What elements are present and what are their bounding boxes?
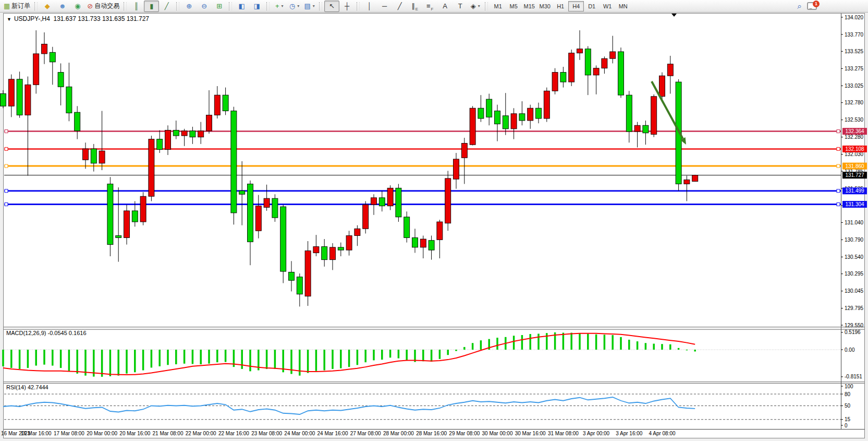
zoom-in-icon: ⊕ (186, 3, 192, 9)
arrows-tool-button[interactable]: ◈▾ (468, 1, 483, 12)
zoom-in-button[interactable]: ⊕ (181, 1, 197, 12)
bull-candle (363, 205, 369, 229)
bear-candle (379, 198, 385, 206)
chat-icon[interactable]: 1 (807, 2, 817, 10)
macd-indicator-label: MACD(12,26,9) -0.0545 0.1616 (6, 330, 89, 336)
bull-candle (387, 188, 393, 206)
chevron-down-icon[interactable]: ▾ (297, 4, 299, 8)
price-tick: 132.530 (845, 117, 864, 123)
timeframe-h1[interactable]: H1 (553, 1, 568, 11)
autotrading-button[interactable]: ⊘自动交易 (85, 1, 121, 12)
tile-windows-button[interactable]: ⊞ (212, 1, 227, 12)
search-icon[interactable]: ⌕ (798, 2, 802, 11)
current-price-line-badge-text: 131.727 (845, 172, 864, 178)
resistance-line-2-handle[interactable] (837, 147, 840, 150)
equidistant-channel-button[interactable]: ∥E (407, 1, 422, 12)
time-tick: 20 Mar 00:00 (87, 431, 117, 436)
bull-candle (470, 108, 475, 145)
chart-menu-icon[interactable]: ▼ (7, 17, 11, 22)
timeframe-m1[interactable]: M1 (490, 1, 506, 11)
new-order-button[interactable]: ▦新订单 (2, 1, 32, 12)
time-tick: 22 Mar 16:00 (218, 431, 249, 436)
trendline-button[interactable]: ╱ (392, 1, 407, 12)
support-line-1-handle[interactable] (5, 189, 8, 193)
timeframe-d1[interactable]: D1 (584, 1, 600, 11)
new-order-icon: ▦ (4, 3, 10, 9)
timeframe-mn[interactable]: MN (615, 1, 631, 11)
account-button[interactable]: ☻ (55, 1, 70, 12)
text-button[interactable]: A (437, 1, 453, 12)
timeframe-m15[interactable]: M15 (521, 1, 537, 11)
tool-letter: E (415, 7, 418, 11)
chart-title[interactable]: ▼USDJPY-,H4 131.637 131.733 131.635 131.… (7, 15, 152, 22)
resistance-line-1-handle[interactable] (837, 130, 840, 133)
timeframe-h4[interactable]: H4 (568, 1, 584, 11)
rsi-value: 42.7444 (28, 384, 48, 390)
pivot-line-handle[interactable] (837, 164, 840, 168)
chevron-down-icon[interactable]: ▾ (478, 4, 480, 8)
indicators-button[interactable]: +▾ (272, 1, 287, 12)
signals-button[interactable]: ◉ (70, 1, 85, 12)
chart-ohlc-values: 131.637 131.733 131.635 131.727 (54, 15, 150, 22)
bear-candle (157, 139, 163, 150)
arrange-horizontal-button[interactable]: ◧ (234, 1, 249, 12)
time-tick: 3 Apr 00:00 (583, 431, 610, 436)
zoom-out-button[interactable]: ⊖ (197, 1, 212, 12)
bull-candle (371, 198, 377, 205)
bear-candle (338, 247, 344, 250)
bull-candle (569, 53, 574, 82)
price-tick: 130.790 (845, 237, 864, 243)
bull-candle (692, 175, 698, 182)
bar-chart-button[interactable]: ║ (129, 1, 144, 12)
rsi-tick: 100 (845, 384, 853, 389)
time-tick: 27 Mar 08:00 (350, 431, 381, 436)
bear-candle (231, 111, 237, 213)
pivot-line-handle[interactable] (5, 164, 8, 168)
resistance-line-1-handle[interactable] (5, 130, 8, 133)
price-tick: 133.025 (845, 83, 864, 89)
price-tick: 133.525 (845, 49, 864, 54)
price-tick: 131.040 (845, 220, 864, 225)
chevron-down-icon[interactable]: ▾ (313, 4, 315, 8)
bear-candle (116, 235, 121, 237)
horizontal-line-button[interactable]: ─ (377, 1, 392, 12)
crosshair-button[interactable]: ┼ (339, 1, 354, 12)
support-line-2-handle[interactable] (837, 203, 840, 206)
bear-candle (536, 108, 542, 118)
support-line-1-handle[interactable] (837, 189, 840, 193)
bear-candle (289, 272, 295, 280)
bull-candle (511, 114, 517, 129)
bull-candle (83, 149, 89, 160)
cursor-icon: ↖ (329, 3, 335, 9)
macd-values: -0.0545 0.1616 (47, 330, 86, 336)
support-line-2-handle[interactable] (5, 203, 8, 206)
time-axis[interactable]: 16 Mar 202316 Mar 16:0017 Mar 08:0020 Ma… (1, 431, 676, 436)
macd-name: MACD(12,26,9) (6, 330, 46, 336)
bear-candle (58, 73, 64, 87)
bull-candle (305, 251, 311, 296)
arrange-vertical-button[interactable]: ◨ (249, 1, 264, 12)
tile-windows-icon: ⊞ (216, 3, 222, 9)
chevron-down-icon[interactable]: ▾ (281, 4, 283, 8)
bear-candle (585, 49, 591, 75)
resistance-line-1-badge-text: 132.364 (845, 128, 864, 134)
line-chart-button[interactable]: ╱ (159, 1, 174, 12)
text-label-button[interactable]: T (453, 1, 468, 12)
fibonacci-button[interactable]: ≡F (422, 1, 437, 12)
resistance-line-2-handle[interactable] (5, 147, 8, 150)
rsi-tick: 0 (845, 423, 848, 428)
timeframe-m5[interactable]: M5 (506, 1, 521, 11)
vertical-line-button[interactable]: │ (362, 1, 377, 12)
toolbar-group: ▦新订单 (2, 1, 32, 12)
timeframe-w1[interactable]: W1 (600, 1, 615, 11)
bull-candle (610, 52, 616, 58)
bear-candle (173, 130, 179, 136)
candlestick-chart-button[interactable]: ▮ (144, 1, 159, 12)
charts-profile-button[interactable]: ◆ (40, 1, 55, 12)
templates-button[interactable]: ▤▾ (302, 1, 317, 12)
cursor-button[interactable]: ↖ (324, 1, 339, 12)
timeframe-m30[interactable]: M30 (537, 1, 553, 11)
chart-canvas: 134.020133.770133.525133.275133.025132.7… (0, 0, 868, 441)
bull-candle (214, 95, 220, 115)
periods-button[interactable]: ◷▾ (287, 1, 302, 12)
